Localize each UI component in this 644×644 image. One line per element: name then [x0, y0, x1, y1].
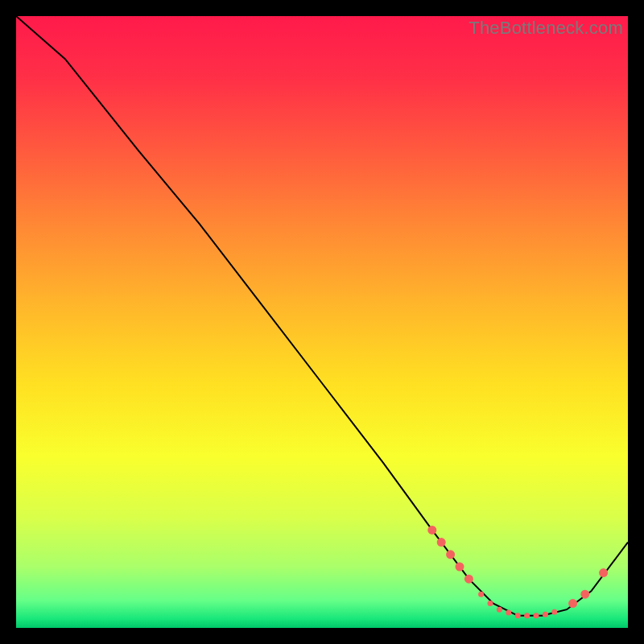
- highlight-dot: [599, 568, 608, 577]
- highlight-dot: [568, 599, 577, 608]
- highlight-dot: [488, 601, 493, 606]
- highlight-dot: [446, 550, 455, 559]
- highlight-dot: [551, 609, 557, 615]
- gradient-background: [16, 16, 628, 628]
- highlight-dot: [464, 575, 473, 584]
- highlight-dot: [506, 610, 511, 616]
- highlight-dot: [437, 538, 446, 547]
- highlight-dot: [478, 592, 484, 597]
- highlight-dot: [456, 563, 464, 572]
- bottleneck-chart: [16, 16, 628, 628]
- highlight-dot: [497, 607, 502, 613]
- watermark-label: TheBottleneck.com: [469, 18, 623, 39]
- highlight-dot: [524, 613, 530, 618]
- highlight-dot: [427, 526, 436, 535]
- highlight-dot: [534, 613, 539, 618]
- chart-frame: TheBottleneck.com: [16, 16, 628, 628]
- highlight-dot: [515, 613, 521, 618]
- highlight-dot: [580, 590, 589, 599]
- highlight-dot: [543, 612, 548, 617]
